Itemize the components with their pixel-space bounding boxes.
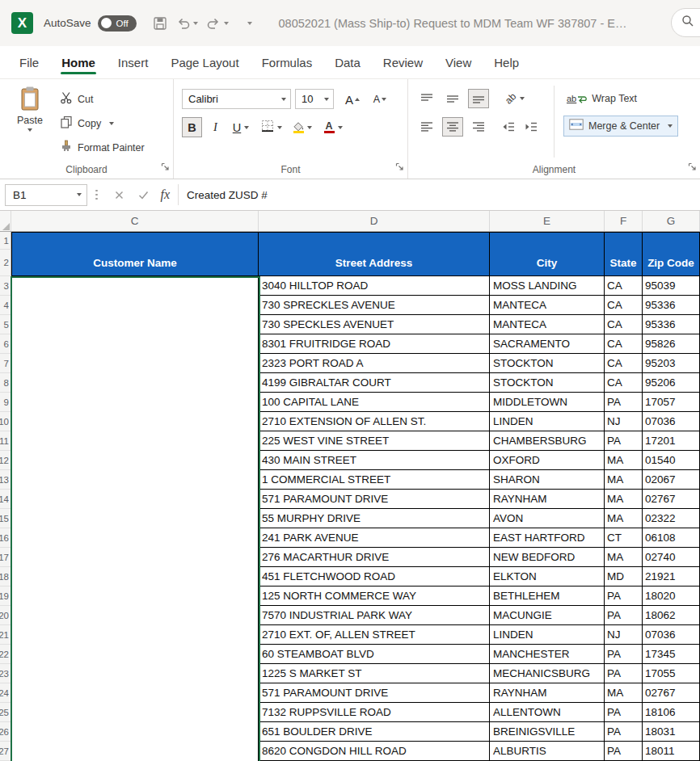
cell-state[interactable]: CA — [605, 276, 643, 296]
cell-state[interactable]: MD — [605, 567, 643, 587]
cell-street-address[interactable]: 430 MAIN STREET — [259, 451, 490, 470]
cell-zip-code[interactable]: 18020 — [643, 587, 700, 606]
cell-street-address[interactable]: 7132 RUPPSVILLE ROAD — [259, 703, 490, 722]
row-header[interactable]: 2 — [0, 250, 11, 276]
name-box[interactable]: B1 — [5, 184, 87, 206]
cell-street-address[interactable]: 2710 EXT. OF, ALLEN STREET — [259, 625, 490, 645]
cell-city[interactable]: MANTECA — [490, 296, 605, 315]
cell-customer-name[interactable] — [11, 664, 259, 683]
cell-zip-code[interactable]: 18106 — [643, 703, 700, 722]
cell-street-address[interactable]: 225 WEST VINE STREET — [259, 431, 490, 451]
cell-city[interactable]: LINDEN — [490, 625, 605, 645]
cell-street-address[interactable]: 571 PARAMOUNT DRIVE — [259, 490, 490, 509]
cell-city[interactable]: OXFORD — [490, 451, 605, 470]
cell-state[interactable]: CA — [605, 315, 643, 334]
cell-zip-code[interactable]: 95206 — [643, 373, 700, 393]
cell-zip-code[interactable]: 18031 — [643, 722, 700, 742]
cell-state[interactable]: PA — [605, 722, 643, 742]
bold-button[interactable]: B — [182, 117, 202, 137]
row-header[interactable]: 6 — [0, 334, 11, 354]
cell-city[interactable]: SHARON — [490, 470, 605, 490]
cell-state[interactable]: MA — [605, 548, 643, 567]
row-header[interactable]: 15 — [0, 509, 11, 528]
cell-state[interactable]: CA — [605, 296, 643, 315]
top-align-button[interactable] — [416, 89, 437, 108]
cell-zip-code[interactable]: 01540 — [643, 451, 700, 470]
formula-content[interactable]: Created ZUSD # — [187, 189, 268, 201]
cell-street-address[interactable]: 2323 PORT ROAD A — [259, 354, 490, 373]
cell-customer-name[interactable] — [11, 606, 259, 625]
cell-city[interactable]: BETHLEHEM — [490, 587, 605, 606]
cell-street-address[interactable]: 4199 GIBRALTAR COURT — [259, 373, 490, 393]
cell-state[interactable]: CA — [605, 373, 643, 393]
formula-bar-drag-handle[interactable] — [95, 190, 98, 200]
cell-customer-name[interactable] — [11, 276, 259, 296]
quick-access-more-button[interactable] — [244, 22, 252, 25]
row-header[interactable]: 24 — [0, 683, 11, 703]
row-header[interactable]: 21 — [0, 625, 11, 645]
cell-zip-code[interactable]: 02767 — [643, 490, 700, 509]
cell-state[interactable]: NJ — [605, 412, 643, 431]
copy-button[interactable]: Copy — [57, 113, 117, 134]
clipboard-dialog-launcher[interactable] — [161, 160, 170, 174]
cell-state[interactable]: PA — [605, 606, 643, 625]
cell-customer-name[interactable] — [11, 490, 259, 509]
cell-customer-name[interactable] — [11, 334, 259, 354]
enter-button[interactable] — [138, 191, 149, 200]
cell-state[interactable]: PA — [605, 703, 643, 722]
row-header[interactable]: 16 — [0, 528, 11, 548]
cell-city[interactable]: SACRAMENTO — [490, 334, 605, 354]
cell-state[interactable]: MA — [605, 683, 643, 703]
cell-customer-name[interactable] — [11, 393, 259, 412]
row-header[interactable]: 9 — [0, 393, 11, 412]
row-header[interactable]: 18 — [0, 567, 11, 587]
row-header[interactable]: 12 — [0, 451, 11, 470]
cell-zip-code[interactable]: 95039 — [643, 276, 700, 296]
cell-customer-name[interactable] — [11, 722, 259, 742]
cell-street-address[interactable]: 8301 FRUITRIDGE ROAD — [259, 334, 490, 354]
cell-zip-code[interactable]: 06108 — [643, 528, 700, 548]
row-header[interactable]: 22 — [0, 645, 11, 664]
cell-city[interactable]: MANTECA — [490, 315, 605, 334]
column-header-g[interactable]: G — [643, 211, 700, 231]
cell-city[interactable]: STOCKTON — [490, 373, 605, 393]
cell-customer-name[interactable] — [11, 315, 259, 334]
tab-formulas[interactable]: Formulas — [251, 46, 324, 78]
font-dialog-launcher[interactable] — [395, 160, 404, 174]
cell-customer-name[interactable] — [11, 645, 259, 664]
cell-street-address[interactable]: 100 CAPITAL LANE — [259, 393, 490, 412]
cell-street-address[interactable]: 1225 S MARKET ST — [259, 664, 490, 683]
cell-state[interactable]: PA — [605, 742, 643, 761]
undo-button[interactable] — [176, 17, 198, 30]
tab-file[interactable]: File — [8, 46, 50, 78]
row-header[interactable]: 11 — [0, 431, 11, 451]
cell-customer-name[interactable] — [11, 528, 259, 548]
row-header[interactable]: 26 — [0, 722, 11, 742]
cell-zip-code[interactable]: 02740 — [643, 548, 700, 567]
align-right-button[interactable] — [468, 117, 489, 137]
column-header-f[interactable]: F — [605, 211, 643, 231]
cell-customer-name[interactable] — [11, 625, 259, 645]
autosave-toggle[interactable]: Off — [98, 15, 137, 32]
cell-city[interactable]: MACUNGIE — [490, 606, 605, 625]
cell-customer-name[interactable] — [11, 567, 259, 587]
cell-customer-name[interactable] — [11, 470, 259, 490]
cell-zip-code[interactable]: 17345 — [643, 645, 700, 664]
cancel-button[interactable] — [115, 191, 124, 200]
font-color-button[interactable]: A — [319, 117, 347, 137]
cell-street-address[interactable]: 730 SPECKLES AVENUET — [259, 315, 490, 334]
cell-city[interactable]: AVON — [490, 509, 605, 528]
tab-page-layout[interactable]: Page Layout — [159, 46, 250, 78]
decrease-indent-button[interactable] — [499, 117, 518, 137]
column-header-d[interactable]: D — [259, 211, 490, 231]
cell-customer-name[interactable] — [11, 296, 259, 315]
cell-city[interactable]: MANCHESTER — [490, 645, 605, 664]
cell-city[interactable]: RAYNHAM — [490, 490, 605, 509]
borders-button[interactable] — [258, 117, 285, 137]
cell-zip-code[interactable]: 17055 — [643, 664, 700, 683]
cell-street-address[interactable]: 241 PARK AVENUE — [259, 528, 490, 548]
cell-city[interactable]: MIDDLETOWN — [490, 393, 605, 412]
grow-font-button[interactable]: A — [340, 90, 365, 109]
cell-state[interactable]: PA — [605, 393, 643, 412]
cell-zip-code[interactable]: 95336 — [643, 315, 700, 334]
